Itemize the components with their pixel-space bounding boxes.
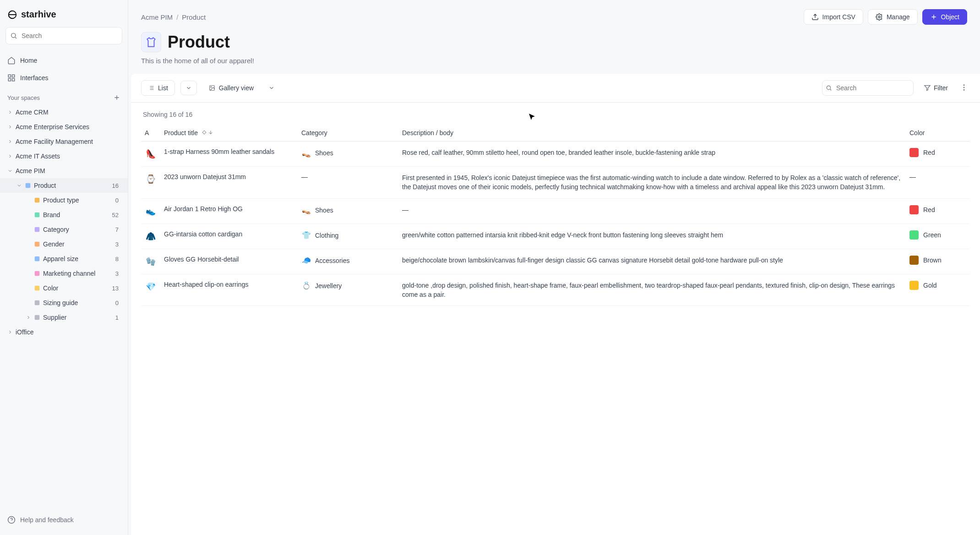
space-item[interactable]: Acme IT Assets bbox=[0, 149, 128, 164]
breadcrumb-type[interactable]: Product bbox=[182, 13, 206, 21]
type-item[interactable]: Supplier1 bbox=[0, 310, 128, 325]
space-item[interactable]: Acme CRM bbox=[0, 105, 128, 120]
type-count: 52 bbox=[112, 212, 120, 218]
manage-button[interactable]: Manage bbox=[868, 9, 918, 25]
breadcrumb-space[interactable]: Acme PIM bbox=[141, 13, 173, 21]
type-icon bbox=[34, 197, 40, 203]
col-description[interactable]: Description / body bbox=[398, 125, 906, 142]
sidebar-search bbox=[5, 27, 122, 44]
color-swatch bbox=[909, 256, 919, 265]
type-icon bbox=[34, 256, 40, 262]
svg-rect-15 bbox=[35, 315, 40, 320]
space-item[interactable]: Acme PIM bbox=[0, 164, 128, 178]
gallery-view-label: Gallery view bbox=[219, 84, 254, 92]
filter-button[interactable]: Filter bbox=[919, 82, 953, 94]
category-icon: 👡 bbox=[301, 148, 311, 158]
filter-label: Filter bbox=[934, 84, 948, 92]
type-item[interactable]: Sizing guide0 bbox=[0, 295, 128, 310]
space-item[interactable]: Acme Enterprise Services bbox=[0, 120, 128, 134]
help-feedback[interactable]: Help and feedback bbox=[0, 510, 128, 530]
type-count: 0 bbox=[115, 197, 120, 204]
sidebar-search-input[interactable] bbox=[5, 27, 122, 44]
manage-label: Manage bbox=[887, 13, 910, 21]
product-description: gold-tone ,drop design, polished finish,… bbox=[398, 274, 906, 306]
col-category[interactable]: Category bbox=[298, 125, 398, 142]
gallery-icon bbox=[209, 85, 215, 91]
table-row[interactable]: 🧤Gloves GG Horsebit-detail🧢Accessoriesbe… bbox=[141, 249, 970, 274]
space-item[interactable]: Acme Facility Management bbox=[0, 134, 128, 149]
tshirt-icon bbox=[145, 36, 157, 48]
svg-rect-10 bbox=[35, 242, 40, 247]
svg-rect-3 bbox=[12, 75, 15, 77]
type-item[interactable]: Marketing channel3 bbox=[0, 266, 128, 281]
category-label: Clothing bbox=[315, 232, 338, 239]
type-count: 16 bbox=[112, 182, 120, 189]
color-swatch bbox=[909, 205, 919, 214]
topbar: Acme PIM / Product Import CSV Manage Obj… bbox=[128, 0, 980, 25]
gallery-view-dropdown[interactable] bbox=[266, 82, 278, 94]
type-item[interactable]: Gender3 bbox=[0, 237, 128, 251]
type-count: 8 bbox=[115, 256, 120, 262]
category-icon: 👡 bbox=[301, 205, 311, 215]
product-description: First presented in 1945, Rolex's iconic … bbox=[398, 167, 906, 199]
category-icon: 💍 bbox=[301, 281, 311, 291]
import-csv-button[interactable]: Import CSV bbox=[804, 9, 863, 25]
gallery-view-button[interactable]: Gallery view bbox=[202, 81, 260, 95]
view-toolbar: List Gallery view Filter bbox=[131, 74, 980, 103]
space-label: Acme CRM bbox=[16, 109, 120, 116]
page-title: Product bbox=[168, 33, 230, 52]
type-icon bbox=[34, 226, 40, 233]
more-menu-button[interactable] bbox=[958, 82, 970, 95]
type-count: 1 bbox=[115, 314, 120, 321]
logo[interactable]: starhive bbox=[0, 5, 128, 27]
product-thumb: 🧥 bbox=[145, 230, 157, 242]
type-label: Product bbox=[34, 182, 109, 189]
svg-rect-7 bbox=[35, 198, 40, 203]
col-color[interactable]: Color bbox=[906, 125, 970, 142]
type-item[interactable]: Category7 bbox=[0, 222, 128, 237]
add-space-icon[interactable] bbox=[113, 94, 120, 101]
category-label: — bbox=[301, 173, 308, 180]
type-count: 3 bbox=[115, 241, 120, 248]
table-row[interactable]: 👠1-strap Harness 90mm leather sandals👡Sh… bbox=[141, 142, 970, 167]
col-thumb[interactable]: A bbox=[141, 125, 160, 142]
type-item[interactable]: Product type0 bbox=[0, 193, 128, 207]
product-title-cell: Heart-shaped clip-on earrings bbox=[160, 274, 298, 306]
svg-rect-14 bbox=[35, 300, 40, 306]
product-title-cell: GG-intarsia cotton cardigan bbox=[160, 224, 298, 249]
type-count: 0 bbox=[115, 300, 120, 306]
table-search-input[interactable] bbox=[822, 80, 914, 96]
breadcrumb-separator: / bbox=[176, 13, 178, 21]
color-swatch bbox=[909, 281, 919, 290]
type-count: 3 bbox=[115, 270, 120, 277]
list-view-button[interactable]: List bbox=[141, 80, 175, 96]
type-label: Color bbox=[43, 284, 109, 292]
nav-home[interactable]: Home bbox=[0, 52, 128, 69]
search-icon bbox=[826, 85, 832, 91]
list-view-dropdown[interactable] bbox=[180, 81, 197, 95]
type-item[interactable]: Color13 bbox=[0, 281, 128, 295]
table-row[interactable]: ⌚2023 unworn Datejust 31mm—First present… bbox=[141, 167, 970, 199]
svg-point-20 bbox=[827, 86, 830, 89]
list-icon bbox=[148, 85, 154, 91]
svg-point-22 bbox=[964, 87, 964, 87]
sort-down-icon bbox=[208, 130, 213, 135]
space-label: iOffice bbox=[16, 328, 120, 336]
color-swatch bbox=[909, 148, 919, 157]
table-row[interactable]: 🧥GG-intarsia cotton cardigan👕Clothinggre… bbox=[141, 224, 970, 249]
products-table: A Product title Category Description / b… bbox=[141, 125, 970, 306]
create-object-button[interactable]: Object bbox=[922, 9, 967, 25]
nav-interfaces[interactable]: Interfaces bbox=[0, 69, 128, 87]
svg-point-1 bbox=[11, 33, 16, 38]
create-object-label: Object bbox=[941, 13, 959, 21]
type-item[interactable]: Brand52 bbox=[0, 207, 128, 222]
type-item[interactable]: Product16 bbox=[0, 178, 128, 193]
spaces-tree: Acme CRMAcme Enterprise ServicesAcme Fac… bbox=[0, 105, 128, 339]
table-row[interactable]: 💎Heart-shaped clip-on earrings💍Jewellery… bbox=[141, 274, 970, 306]
type-item[interactable]: Apparel size8 bbox=[0, 251, 128, 266]
logo-icon bbox=[7, 10, 17, 20]
space-item[interactable]: iOffice bbox=[0, 325, 128, 339]
page-description: This is the home of all of our apparel! bbox=[141, 57, 967, 65]
table-row[interactable]: 👟Air Jordan 1 Retro High OG👡Shoes—Red bbox=[141, 198, 970, 224]
col-title[interactable]: Product title bbox=[160, 125, 298, 142]
